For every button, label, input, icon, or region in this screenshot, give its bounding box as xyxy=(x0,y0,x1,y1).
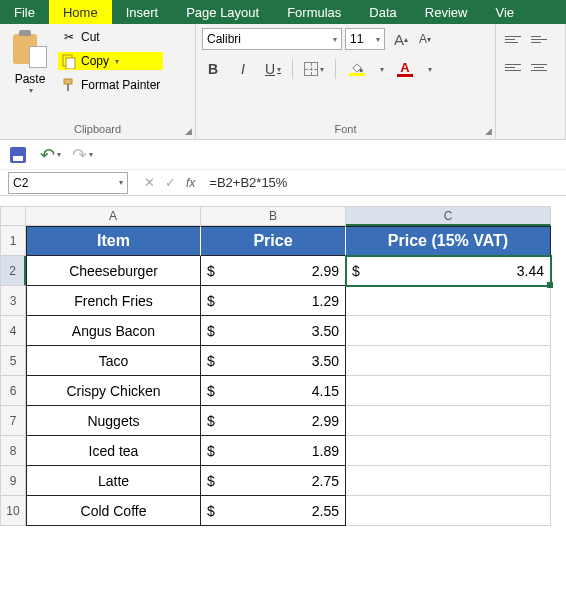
cut-button[interactable]: ✂ Cut xyxy=(58,28,163,46)
column-header[interactable]: A xyxy=(26,206,201,226)
increase-font-button[interactable]: A▴ xyxy=(390,28,412,50)
copy-label: Copy xyxy=(81,54,109,68)
row-header[interactable]: 6 xyxy=(0,376,26,406)
formula-bar: C2 ▾ ✕ ✓ fx =B2+B2*15% xyxy=(0,170,566,196)
cell[interactable]: Nuggets xyxy=(26,406,201,436)
tab-view[interactable]: Vie xyxy=(481,0,528,24)
cancel-formula-icon[interactable]: ✕ xyxy=(144,175,155,190)
cell[interactable]: $2.75 xyxy=(201,466,346,496)
chevron-down-icon: ▾ xyxy=(333,35,337,44)
tab-file[interactable]: File xyxy=(0,0,49,24)
column-header[interactable]: C xyxy=(346,206,551,226)
copy-button[interactable]: Copy ▾ xyxy=(58,52,163,70)
cell[interactable]: Angus Bacon xyxy=(26,316,201,346)
align-top-button[interactable] xyxy=(502,28,524,50)
save-button[interactable] xyxy=(6,143,30,167)
cell[interactable]: $2.99 xyxy=(201,256,346,286)
cell[interactable] xyxy=(346,346,551,376)
borders-button[interactable]: ▾ xyxy=(301,58,327,80)
active-cell[interactable]: $3.44 xyxy=(346,256,551,286)
chevron-down-icon[interactable]: ▾ xyxy=(115,57,119,66)
underline-button[interactable]: U▾ xyxy=(262,58,284,80)
chevron-down-icon[interactable]: ▾ xyxy=(29,86,33,95)
dialog-launcher-icon[interactable]: ◢ xyxy=(485,126,492,136)
font-color-button[interactable]: A xyxy=(392,58,418,80)
cell[interactable]: Cheeseburger xyxy=(26,256,201,286)
row-header[interactable]: 4 xyxy=(0,316,26,346)
brush-icon xyxy=(61,77,77,93)
cell[interactable]: Latte xyxy=(26,466,201,496)
chevron-down-icon[interactable]: ▾ xyxy=(428,65,432,74)
cell[interactable]: $1.89 xyxy=(201,436,346,466)
bucket-icon xyxy=(350,63,364,73)
group-label: Clipboard xyxy=(6,123,189,137)
paste-label: Paste xyxy=(15,72,46,86)
cell[interactable]: French Fries xyxy=(26,286,201,316)
cell[interactable] xyxy=(346,466,551,496)
undo-button[interactable]: ↶▾ xyxy=(38,143,62,167)
row-header[interactable]: 1 xyxy=(0,226,26,256)
align-middle-button[interactable] xyxy=(528,28,550,50)
svg-rect-2 xyxy=(64,79,72,84)
enter-formula-icon[interactable]: ✓ xyxy=(165,175,176,190)
cell[interactable]: $2.99 xyxy=(201,406,346,436)
cell[interactable] xyxy=(346,286,551,316)
row-header[interactable]: 9 xyxy=(0,466,26,496)
font-size-select[interactable]: 11 ▾ xyxy=(345,28,385,50)
tab-insert[interactable]: Insert xyxy=(112,0,173,24)
cell[interactable]: $2.55 xyxy=(201,496,346,526)
quick-access-toolbar: ↶▾ ↷▾ xyxy=(0,140,566,170)
column-header[interactable]: B xyxy=(201,206,346,226)
ribbon: Paste ▾ ✂ Cut Copy ▾ xyxy=(0,24,566,140)
cell[interactable] xyxy=(346,376,551,406)
name-box[interactable]: C2 ▾ xyxy=(8,172,128,194)
fx-icon[interactable]: fx xyxy=(186,176,195,190)
select-all-corner[interactable] xyxy=(0,206,26,226)
cell[interactable]: $4.15 xyxy=(201,376,346,406)
group-alignment xyxy=(496,24,566,139)
cell[interactable]: Taco xyxy=(26,346,201,376)
cell[interactable]: Cold Coffe xyxy=(26,496,201,526)
paste-button[interactable]: Paste ▾ xyxy=(6,28,54,123)
tab-review[interactable]: Review xyxy=(411,0,482,24)
font-name-select[interactable]: Calibri ▾ xyxy=(202,28,342,50)
tab-data[interactable]: Data xyxy=(355,0,410,24)
cell[interactable]: $3.50 xyxy=(201,316,346,346)
cell[interactable]: $1.29 xyxy=(201,286,346,316)
row-header[interactable]: 10 xyxy=(0,496,26,526)
cell-header[interactable]: Price (15% VAT) xyxy=(346,226,551,256)
cell-header[interactable]: Price xyxy=(201,226,346,256)
cell-header[interactable]: Item xyxy=(26,226,201,256)
cell[interactable] xyxy=(346,436,551,466)
cell[interactable] xyxy=(346,496,551,526)
redo-button[interactable]: ↷▾ xyxy=(70,143,94,167)
cell[interactable]: $3.50 xyxy=(201,346,346,376)
bold-button[interactable]: B xyxy=(202,58,224,80)
row-header[interactable]: 5 xyxy=(0,346,26,376)
format-painter-button[interactable]: Format Painter xyxy=(58,76,163,94)
chevron-down-icon: ▾ xyxy=(376,35,380,44)
row-header[interactable]: 7 xyxy=(0,406,26,436)
align-center-button[interactable] xyxy=(528,56,550,78)
row-header[interactable]: 2 xyxy=(0,256,26,286)
tab-page-layout[interactable]: Page Layout xyxy=(172,0,273,24)
cell[interactable]: Iced tea xyxy=(26,436,201,466)
dialog-launcher-icon[interactable]: ◢ xyxy=(185,126,192,136)
tab-formulas[interactable]: Formulas xyxy=(273,0,355,24)
group-label: Font xyxy=(202,123,489,137)
ribbon-tabs: File Home Insert Page Layout Formulas Da… xyxy=(0,0,566,24)
italic-button[interactable]: I xyxy=(232,58,254,80)
scissors-icon: ✂ xyxy=(61,29,77,45)
font-name-value: Calibri xyxy=(207,32,241,46)
cell[interactable] xyxy=(346,406,551,436)
row-header[interactable]: 3 xyxy=(0,286,26,316)
cell[interactable] xyxy=(346,316,551,346)
fill-color-button[interactable] xyxy=(344,58,370,80)
align-left-button[interactable] xyxy=(502,56,524,78)
decrease-font-button[interactable]: A▾ xyxy=(414,28,436,50)
cell[interactable]: Crispy Chicken xyxy=(26,376,201,406)
row-header[interactable]: 8 xyxy=(0,436,26,466)
formula-input[interactable]: =B2+B2*15% xyxy=(203,175,566,190)
chevron-down-icon[interactable]: ▾ xyxy=(380,65,384,74)
tab-home[interactable]: Home xyxy=(49,0,112,24)
